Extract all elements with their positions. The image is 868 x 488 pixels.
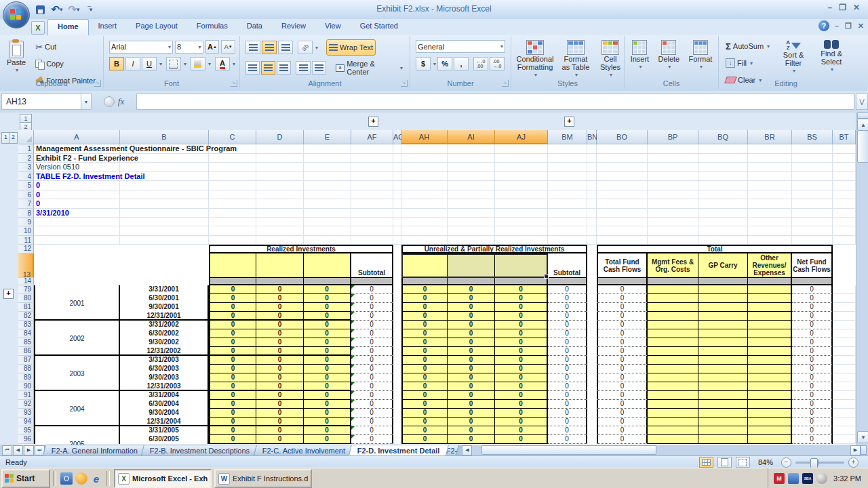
cell-BS7[interactable]: [792, 199, 833, 209]
workbook-close-icon[interactable]: ✕: [858, 22, 864, 30]
cell-AF10[interactable]: [351, 226, 393, 235]
cell-B95[interactable]: 3/31/2005: [120, 426, 209, 435]
page-break-view-button[interactable]: [736, 457, 750, 468]
cell-A14[interactable]: [34, 278, 120, 285]
cell-AF92[interactable]: 0: [351, 400, 393, 409]
cell-AF95[interactable]: 0: [351, 426, 393, 435]
cell-C8[interactable]: [209, 209, 256, 218]
cell-E5[interactable]: [304, 181, 351, 190]
cell-AJ7[interactable]: [495, 199, 548, 209]
cell-BP86[interactable]: [648, 347, 698, 356]
cell-BM81[interactable]: 0: [548, 303, 587, 312]
row-header-93[interactable]: 93: [18, 409, 34, 418]
quick-launch-clock-icon[interactable]: [75, 472, 87, 485]
cell-E82[interactable]: 0: [304, 312, 351, 321]
cell-BR79[interactable]: [748, 285, 792, 294]
row-header-9[interactable]: 9: [18, 218, 34, 226]
cell-C7[interactable]: [209, 199, 256, 209]
cell-AI3[interactable]: [448, 163, 495, 172]
cell-AG4[interactable]: [393, 172, 401, 182]
clipboard-dialog-launcher[interactable]: ↘: [94, 80, 101, 87]
cell-BT91[interactable]: [833, 391, 856, 400]
cell-AJ86[interactable]: 0: [495, 347, 548, 356]
cell-C80[interactable]: 0: [209, 294, 256, 303]
cell-B87[interactable]: 3/31/2003: [120, 356, 209, 365]
cell-E1[interactable]: [304, 144, 351, 154]
cell-E94[interactable]: 0: [304, 418, 351, 426]
realized-section-header[interactable]: Realized Investments: [209, 245, 393, 253]
cell-C94[interactable]: 0: [209, 418, 256, 426]
cell-BS5[interactable]: [792, 181, 833, 190]
fill-color-button[interactable]: [191, 57, 205, 70]
cell-BS10[interactable]: [792, 226, 833, 235]
cell-BT7[interactable]: [833, 199, 856, 209]
chevron-down-icon[interactable]: ▾: [315, 45, 318, 51]
cell-B84[interactable]: 6/30/2002: [120, 329, 209, 338]
previous-sheet-button[interactable]: ◀: [13, 445, 23, 455]
cell-BP4[interactable]: [648, 172, 698, 182]
row-header-80[interactable]: 80: [18, 294, 34, 303]
vertical-scrollbar[interactable]: ▲ ▼: [856, 113, 868, 445]
cell-BM1[interactable]: [548, 144, 587, 154]
cell-BS80[interactable]: 0: [792, 294, 833, 303]
cell-BO84[interactable]: 0: [597, 329, 648, 338]
row-header-83[interactable]: 83: [18, 321, 34, 329]
cell-AJ95[interactable]: 0: [495, 426, 548, 435]
chevron-down-icon[interactable]: ▾: [233, 61, 235, 67]
cell-AJ85[interactable]: 0: [495, 338, 548, 347]
page-layout-view-button[interactable]: [717, 457, 732, 468]
cell-A92[interactable]: [34, 400, 120, 409]
cell-BP90[interactable]: [648, 382, 698, 391]
cell-BN14[interactable]: [587, 278, 597, 285]
align-bottom-button[interactable]: [278, 41, 293, 54]
cell-BQ3[interactable]: [698, 163, 748, 172]
cell-BR82[interactable]: [748, 312, 792, 321]
cell-BS82[interactable]: 0: [792, 312, 833, 321]
row-header-91[interactable]: 91: [18, 391, 34, 400]
cell-BQ14[interactable]: [698, 278, 748, 285]
row-header-84[interactable]: 84: [18, 329, 34, 338]
cell-AI88[interactable]: 0: [448, 365, 495, 373]
cell-BM2[interactable]: [548, 154, 587, 163]
expand-formula-bar-button[interactable]: ⋁: [856, 94, 868, 110]
cell-E95[interactable]: 0: [304, 426, 351, 435]
cell-AG94[interactable]: [393, 418, 401, 426]
cell-BO7[interactable]: [597, 199, 648, 209]
cell-AI90[interactable]: 0: [448, 382, 495, 391]
cell-AJ96[interactable]: 0: [495, 435, 548, 444]
cell-BT5[interactable]: [833, 181, 856, 190]
cell-BT13[interactable]: [833, 253, 856, 278]
cell-AF5[interactable]: [351, 181, 393, 190]
cell-BO88[interactable]: 0: [597, 365, 648, 373]
cell-AJ92[interactable]: 0: [495, 400, 548, 409]
cell-AJ13[interactable]: [495, 253, 548, 278]
cell-BR2[interactable]: [748, 154, 792, 163]
cell-BP92[interactable]: [648, 400, 698, 409]
cell-BQ93[interactable]: [698, 409, 748, 418]
font-dialog-launcher[interactable]: ↘: [231, 80, 237, 87]
cell-BR94[interactable]: [748, 418, 792, 426]
sba-icon[interactable]: SBA: [802, 473, 813, 484]
delete-cells-button[interactable]: Delete ▾: [655, 38, 682, 73]
cell-BO79[interactable]: 0: [597, 285, 648, 294]
cell-BT94[interactable]: [833, 418, 856, 426]
cell-AJ4[interactable]: [495, 172, 548, 182]
cell-BR88[interactable]: [748, 365, 792, 373]
cell-BT92[interactable]: [833, 400, 856, 409]
cell-BM84[interactable]: 0: [548, 329, 587, 338]
cell-BP82[interactable]: [648, 312, 698, 321]
cell-BN89[interactable]: [587, 373, 597, 382]
cell-AG1[interactable]: [393, 144, 401, 154]
cell-D84[interactable]: 0: [256, 329, 304, 338]
cell-BM79[interactable]: 0: [548, 285, 587, 294]
cell-AH88[interactable]: 0: [401, 365, 448, 373]
cell-AJ91[interactable]: 0: [495, 391, 548, 400]
save-button[interactable]: [33, 3, 47, 16]
cell-BM5[interactable]: [548, 181, 587, 190]
cell-D93[interactable]: 0: [256, 409, 304, 418]
cell-B94[interactable]: 12/31/2004: [120, 418, 209, 426]
cell-AI6[interactable]: [448, 190, 495, 200]
cell-AH1[interactable]: [401, 144, 448, 154]
cell-D82[interactable]: 0: [256, 312, 304, 321]
cell-C93[interactable]: 0: [209, 409, 256, 418]
